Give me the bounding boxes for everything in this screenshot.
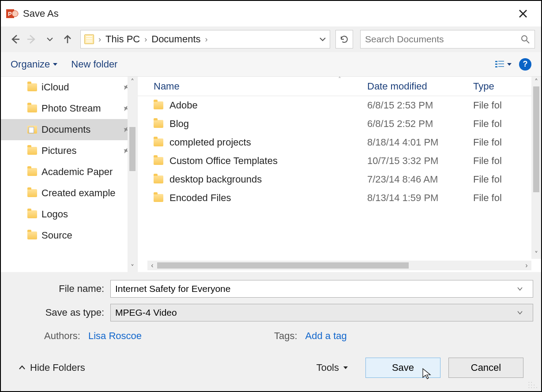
authors-label: Authors: [44,330,80,342]
address-dropdown[interactable] [319,36,326,43]
dropdown-icon[interactable] [517,310,528,316]
sidebar-item-label: Academic Paper [41,166,113,178]
sidebar-item[interactable]: Created example [1,183,137,204]
scrollbar-thumb[interactable] [157,262,409,269]
save-as-type-combo[interactable]: MPEG-4 Video [110,304,533,321]
sidebar-scrollbar[interactable]: ˄ ˅ [128,77,137,272]
view-options-button[interactable] [494,60,512,69]
sidebar-item-label: iCloud [41,82,69,93]
scrollbar-thumb[interactable] [129,127,136,171]
sidebar-item[interactable]: Logos [1,204,137,225]
scroll-left-icon[interactable]: ‹ [147,261,157,270]
sidebar-item-label: Created example [41,187,116,199]
folder-icon [27,126,37,134]
resize-grip-icon[interactable]: ········· [528,381,538,388]
column-name[interactable]: Name [138,81,367,92]
folder-icon [27,210,37,218]
search-icon[interactable] [520,34,530,44]
scroll-down-icon[interactable]: ˅ [128,262,137,272]
chevron-right-icon[interactable]: › [203,35,210,44]
file-name: completed projects [169,137,251,148]
file-row[interactable]: Encoded Files8/13/14 1:59 PMFile fol [138,189,541,207]
folder-icon [154,157,163,165]
file-row[interactable]: Adobe6/8/15 2:53 PMFile fol [138,96,541,115]
folder-icon [154,120,163,128]
cancel-button[interactable]: Cancel [448,358,523,378]
sidebar-item[interactable]: Academic Paper [1,161,137,183]
column-headers: Name Date modified Type [138,77,541,96]
hide-folders-button[interactable]: Hide Folders [19,362,85,373]
file-date: 8/13/14 1:59 PM [367,192,473,204]
list-horizontal-scrollbar[interactable]: ‹ › [147,261,531,270]
organize-menu[interactable]: Organize [11,59,58,70]
folder-icon [27,168,37,176]
sidebar-item[interactable]: Photo Stream [1,98,137,119]
file-row[interactable]: Custom Office Templates10/7/15 3:32 PMFi… [138,152,541,170]
file-name-combo[interactable] [110,280,533,298]
scroll-up-icon[interactable]: ˄ [128,77,137,86]
back-button[interactable] [7,32,22,47]
refresh-button[interactable] [335,30,353,49]
file-date: 6/8/15 2:52 PM [367,118,473,130]
breadcrumb-root[interactable]: This PC [105,34,140,45]
list-vertical-scrollbar[interactable]: ˄ ˅ [531,77,541,259]
authors-value[interactable]: Lisa Roscoe [88,330,142,342]
file-row[interactable]: completed projects8/18/14 4:01 PMFile fo… [138,133,541,152]
sidebar-item[interactable]: Pictures [1,140,137,161]
breadcrumb-current[interactable]: Documents [151,34,200,45]
recent-locations-dropdown[interactable] [42,32,57,47]
file-type: File fol [473,155,541,167]
scroll-up-icon[interactable]: ˄ [531,77,541,86]
save-button[interactable]: Save [365,358,440,378]
dropdown-icon[interactable] [517,286,528,292]
folder-icon [27,231,37,239]
file-name-label: File name: [9,283,110,295]
folder-icon [27,147,37,155]
svg-point-2 [12,11,18,17]
new-folder-button[interactable]: New folder [71,59,117,70]
organize-label: Organize [11,59,50,70]
file-list[interactable]: Adobe6/8/15 2:53 PMFile folBlog6/8/15 2:… [138,96,541,272]
file-name: Adobe [169,100,198,111]
sidebar-item[interactable]: Documents [1,119,137,140]
search-input[interactable] [365,34,520,45]
scroll-down-icon[interactable]: ˅ [531,249,541,259]
search-box[interactable] [360,30,535,49]
column-date-modified[interactable]: Date modified [367,81,473,92]
svg-rect-5 [498,61,504,62]
tags-value[interactable]: Add a tag [305,330,347,342]
file-row[interactable]: desktop backgrounds7/23/14 8:46 AMFile f… [138,170,541,189]
sidebar-item-label: Source [41,230,72,241]
file-date: 10/7/15 3:32 PM [367,155,473,167]
folder-icon [27,83,37,91]
file-date: 7/23/14 8:46 AM [367,174,473,185]
file-name-input[interactable] [115,284,517,294]
column-type[interactable]: Type [473,81,541,92]
location-icon [84,34,94,44]
file-row[interactable]: Blog6/8/15 2:52 PMFile fol [138,115,541,133]
forward-button[interactable] [25,32,40,47]
help-button[interactable]: ? [519,58,531,71]
file-name: Custom Office Templates [169,155,278,167]
scrollbar-thumb[interactable] [533,86,539,192]
titlebar: P Save As [1,1,541,26]
up-button[interactable] [60,32,75,47]
sidebar-item[interactable]: Source [1,225,137,246]
sidebar-item-label: Pictures [41,145,76,157]
address-bar[interactable]: › This PC › Documents › [80,30,330,49]
window-title: Save As [23,8,59,19]
chevron-right-icon[interactable]: › [97,35,103,44]
scroll-right-icon[interactable]: › [522,261,531,270]
chevron-right-icon[interactable]: › [143,35,149,44]
svg-text:P: P [8,11,12,17]
close-button[interactable] [518,9,536,19]
file-type: File fol [473,174,541,185]
sidebar-item[interactable]: iCloud [1,77,137,98]
cursor-icon [422,368,432,380]
main-area: iCloudPhoto StreamDocumentsPicturesAcade… [1,77,541,272]
footer: Hide Folders Tools Save Cancel [9,348,533,388]
sidebar-item-label: Documents [41,124,90,135]
save-as-dialog: P Save As › This PC › Documents › [0,0,542,392]
tools-menu[interactable]: Tools [316,362,349,373]
file-type: File fol [473,192,541,204]
